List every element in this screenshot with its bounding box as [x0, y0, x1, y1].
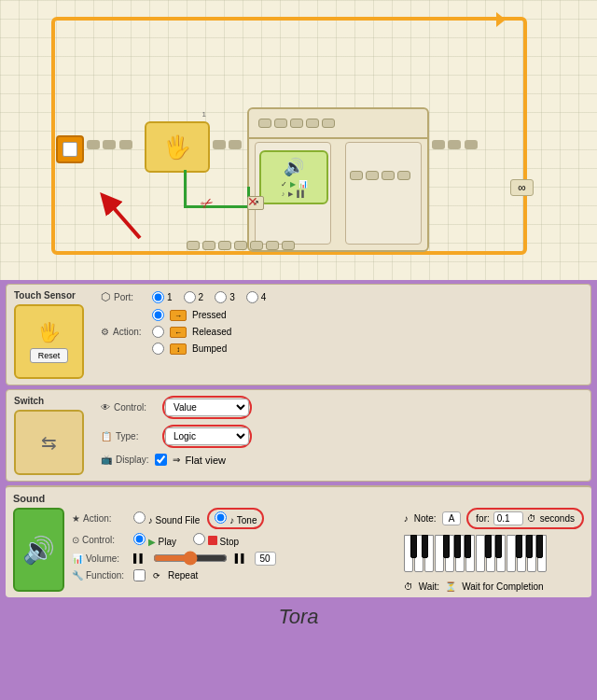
touch-sensor-panel-content: Touch Sensor 🖐 Reset ⬡ Port: 1 2 3 4: [14, 290, 583, 379]
pressed-label[interactable]: → Pressed: [152, 309, 231, 321]
sound-block-inner: 🔊 ✓ ▶ 📊 ♪▶▌▌: [259, 150, 328, 204]
touch-sensor-widget: 🖐 Reset: [14, 304, 84, 379]
connector-3: [119, 140, 132, 149]
sound-note-area: ♪ Note: A for: ⏱ seconds: [404, 508, 584, 592]
released-icon: ←: [170, 327, 187, 338]
sound-header: Sound: [13, 493, 584, 504]
white-key-g2: [517, 535, 526, 572]
control-gear-icon: ⊙: [72, 535, 79, 545]
bumped-radio[interactable]: [152, 343, 164, 355]
port-2-label[interactable]: 2: [184, 291, 204, 303]
port-4-radio[interactable]: [246, 291, 258, 303]
tone-icon: ♪: [229, 515, 234, 525]
action-row: ⚙ Action: → Pressed ← Released: [101, 309, 583, 355]
top-arrow: [196, 17, 504, 21]
bb-5: [250, 241, 263, 250]
action-group: → Pressed ← Released ↕ Bumped: [152, 309, 231, 355]
bump-top-4: [306, 119, 319, 128]
play-radio[interactable]: [133, 533, 146, 545]
released-label[interactable]: ← Released: [152, 326, 231, 338]
green-wire-h: [184, 205, 249, 208]
sound-file-radio[interactable]: [133, 511, 146, 524]
tone-radio[interactable]: [215, 511, 227, 524]
checkmark: ✓: [281, 180, 287, 189]
flat-view-checkbox[interactable]: [155, 454, 167, 466]
action-star-icon: ★: [72, 513, 80, 524]
white-key-d: [414, 535, 423, 572]
port-1-radio[interactable]: [152, 291, 164, 303]
port-4-label[interactable]: 4: [246, 291, 267, 303]
port-2-radio[interactable]: [184, 291, 196, 303]
port-3-label[interactable]: 3: [215, 291, 235, 303]
bump-1: [350, 171, 363, 180]
sound-function-label: 🔧 Function:: [72, 570, 128, 581]
diagram-area: 1 🖐 🔊 ✓ ▶ 📊 ♪▶▌▌: [0, 0, 597, 280]
bb-4: [234, 241, 247, 250]
flat-view-text: Flat view: [186, 455, 226, 466]
wait-completion-icon: ⏳: [445, 581, 456, 592]
connector-8: [465, 140, 478, 149]
bump-top-2: [274, 119, 287, 128]
sound-file-label[interactable]: ♪ Sound File: [133, 511, 200, 525]
connector-4: [213, 140, 226, 149]
soundfile-icon: ♪: [148, 515, 153, 525]
bb-1: [187, 241, 200, 250]
bumped-label[interactable]: ↕ Bumped: [152, 343, 231, 355]
sound-content: 🔊 ★ Action: ♪ Sound File: [13, 508, 584, 592]
port-icon: ⬡: [101, 290, 110, 303]
action-icon: ⚙: [101, 327, 109, 337]
reset-button[interactable]: Reset: [30, 348, 69, 363]
ts-widget-icon: 🖐: [37, 321, 61, 343]
white-key-f: [435, 535, 444, 572]
switch-title: Switch: [14, 396, 44, 406]
port-1-label[interactable]: 1: [152, 291, 173, 303]
pressed-radio[interactable]: [152, 309, 164, 321]
arrow-head: [496, 12, 506, 27]
type-select[interactable]: Logic Numeric Text: [165, 427, 249, 445]
bump-2: [366, 171, 379, 180]
touch-sensor-side: Touch Sensor 🖐 Reset: [14, 290, 93, 379]
port-3-radio[interactable]: [215, 291, 227, 303]
switch-panel: Switch ⇆ 👁 Control: Value Logic Text Num…: [6, 389, 591, 482]
control-row: 👁 Control: Value Logic Text Number: [101, 396, 583, 419]
green-wire-v: [184, 170, 187, 207]
sound-params-left: ★ Action: ♪ Sound File ♪ Tone: [72, 508, 396, 592]
bump-3: [382, 171, 395, 180]
volume-slider[interactable]: [153, 551, 228, 566]
stop-icon: [208, 536, 217, 545]
sound-volume-content: ▌▌ ▌▌ 50: [133, 551, 276, 566]
svg-line-1: [107, 201, 140, 238]
repeat-checkbox[interactable]: [133, 569, 146, 581]
port-row: ⬡ Port: 1 2 3 4: [101, 290, 583, 303]
repeat-icon: ⟳: [153, 571, 160, 581]
switch-icon: ⇆: [41, 431, 57, 454]
for-input[interactable]: [493, 511, 523, 525]
touch-icon: 🖐: [163, 134, 191, 161]
released-radio[interactable]: [152, 326, 164, 338]
play-label[interactable]: ▶ Play: [133, 533, 176, 547]
stop-label[interactable]: Stop: [193, 533, 239, 547]
switch-false-branch: [345, 142, 422, 245]
connector-7: [448, 140, 461, 149]
control-label: 👁 Control:: [101, 402, 157, 413]
play-icon: ▶: [148, 537, 156, 547]
top-bumps: [258, 119, 335, 128]
sound-action-content: ♪ Sound File ♪ Tone: [133, 508, 264, 529]
white-key-g: [445, 535, 454, 572]
display-label: 📺 Display:: [101, 455, 149, 465]
type-select-wrapper: Logic Numeric Text: [162, 425, 252, 448]
sound-panel: Sound 🔊 ★ Action: ♪ Sound File: [6, 485, 591, 597]
switch-true-branch: 🔊 ✓ ▶ 📊 ♪▶▌▌: [255, 142, 331, 245]
sound-control-row: ⊙ Control: ▶ Play Stop: [72, 533, 396, 547]
volume-bar-icon: ▌▌: [133, 553, 146, 563]
switch-side: Switch ⇆: [14, 396, 93, 475]
stop-radio[interactable]: [193, 533, 205, 545]
control-select[interactable]: Value Logic Text Number: [165, 399, 249, 416]
sound-widget: 🔊: [13, 508, 64, 592]
tone-label[interactable]: ♪ Tone: [215, 511, 257, 525]
x-mark: ✕: [247, 194, 258, 209]
type-label: 📋 Type:: [101, 431, 157, 441]
connector-1: [87, 140, 100, 149]
red-arrow-annotation: [84, 173, 168, 247]
start-block-inner: [62, 142, 77, 157]
